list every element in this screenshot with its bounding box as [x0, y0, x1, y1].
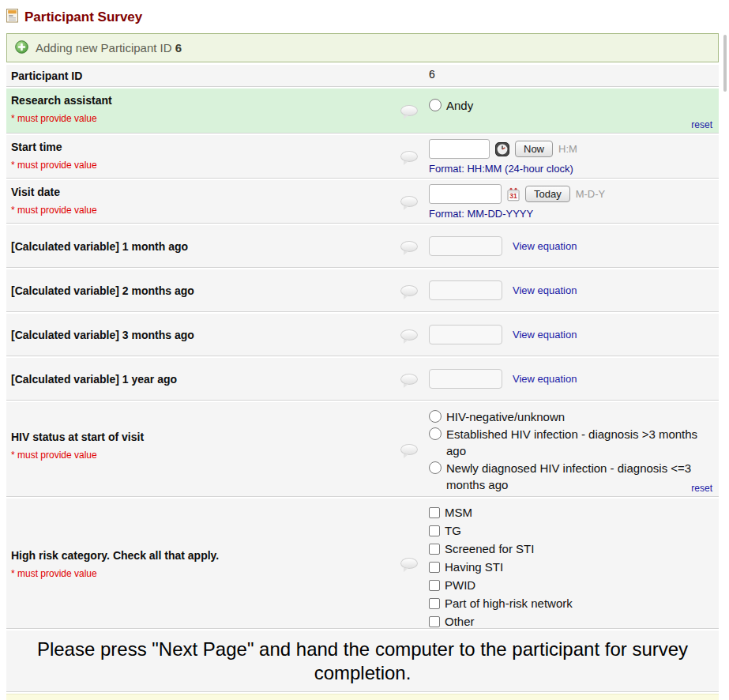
checkbox[interactable] [429, 598, 440, 609]
field-label: Participant ID [11, 70, 82, 82]
calendar-icon[interactable]: 31 [507, 187, 520, 201]
next-section-divider [6, 694, 719, 700]
radio-option-established-hiv[interactable]: Established HIV infection - diagnosis >3… [429, 426, 714, 459]
scrollbar-thumb[interactable] [723, 35, 727, 92]
checkbox[interactable] [429, 525, 440, 536]
checkbox-option-having-sti[interactable]: Having STI [429, 559, 714, 576]
field-label: Start time [11, 141, 400, 153]
calc-1-month-input [429, 236, 502, 256]
page-header: Participant Survey [6, 0, 719, 33]
comment-balloon-icon[interactable] [400, 374, 418, 385]
now-button[interactable]: Now [515, 141, 553, 157]
comment-balloon-icon[interactable] [400, 196, 418, 207]
checkbox[interactable] [429, 562, 440, 573]
checkbox-label[interactable]: MSM [445, 504, 472, 521]
comment-balloon-icon[interactable] [400, 105, 418, 116]
scrollbar-track[interactable] [720, 0, 729, 700]
field-row-calc-2-months: [Calculated variable] 2 months ago View … [6, 269, 719, 312]
field-row-participant-id: Participant ID 6 [6, 65, 719, 87]
page-title: Participant Survey [24, 9, 142, 25]
calc-2-months-input [429, 280, 502, 300]
radio-option-hiv-negative[interactable]: HIV-negative/unknown [429, 408, 714, 425]
start-time-input[interactable] [429, 139, 490, 159]
field-row-calc-1-month: [Calculated variable] 1 month ago View e… [6, 225, 719, 268]
checkbox[interactable] [429, 544, 440, 555]
question-table: Participant ID 6 Research assistant * mu… [6, 65, 719, 700]
reset-link[interactable]: reset [691, 483, 712, 494]
checkbox-label[interactable]: Part of high-risk network [445, 595, 573, 612]
required-note: * must provide value [11, 450, 400, 461]
survey-form-icon [6, 9, 19, 26]
field-row-research-assistant: Research assistant * must provide value … [6, 88, 719, 134]
comment-balloon-icon[interactable] [400, 285, 418, 296]
radio-label[interactable]: Established HIV infection - diagnosis >3… [446, 427, 697, 457]
view-equation-link[interactable]: View equation [513, 329, 577, 341]
checkbox-label[interactable]: TG [445, 522, 461, 540]
reset-link[interactable]: reset [691, 119, 712, 130]
field-label: [Calculated variable] 1 month ago [11, 240, 188, 253]
field-label: HIV status at start of visit [11, 431, 400, 443]
handoff-instruction: Please press "Next Page" and hand the co… [23, 638, 702, 685]
view-equation-link[interactable]: View equation [513, 373, 577, 385]
clock-icon[interactable] [495, 142, 509, 156]
field-row-high-risk: High risk category. Check all that apply… [6, 499, 719, 629]
checkbox-option-screened-sti[interactable]: Screened for STI [429, 540, 714, 558]
radio-button[interactable] [429, 427, 442, 440]
comment-balloon-icon[interactable] [400, 151, 418, 162]
field-label: [Calculated variable] 2 months ago [11, 284, 194, 297]
field-label: [Calculated variable] 1 year ago [11, 373, 177, 386]
radio-label[interactable]: HIV-negative/unknown [446, 410, 565, 423]
checkbox-label[interactable]: PWID [445, 577, 475, 594]
svg-text:31: 31 [509, 192, 517, 200]
checkbox-option-msm[interactable]: MSM [429, 504, 714, 521]
banner-text: Adding new Participant ID 6 [36, 41, 182, 55]
checkbox[interactable] [429, 580, 440, 591]
field-label: [Calculated variable] 3 months ago [11, 329, 194, 341]
date-hint: M-D-Y [576, 188, 606, 200]
time-hint: H:M [558, 143, 577, 155]
radio-button[interactable] [429, 99, 442, 111]
comment-balloon-icon[interactable] [400, 444, 418, 455]
radio-option-newly-diagnosed-hiv[interactable]: Newly diagnosed HIV infection - diagnosi… [429, 460, 714, 493]
checkbox-label[interactable]: Other [445, 613, 475, 630]
today-button[interactable]: Today [525, 186, 570, 202]
participant-id-value: 6 [429, 65, 719, 86]
field-row-calc-3-months: [Calculated variable] 3 months ago View … [6, 314, 719, 356]
radio-button[interactable] [429, 410, 442, 423]
calc-1-year-input [429, 369, 502, 389]
comment-balloon-icon[interactable] [400, 329, 418, 341]
comment-balloon-icon[interactable] [400, 241, 418, 252]
checkbox[interactable] [429, 616, 440, 627]
required-note: * must provide value [11, 568, 400, 579]
field-row-calc-1-year: [Calculated variable] 1 year ago View eq… [6, 358, 719, 401]
radio-button[interactable] [429, 461, 442, 474]
instruction-row: Please press "Next Page" and hand the co… [6, 630, 719, 692]
checkbox-label[interactable]: Having STI [445, 559, 503, 576]
field-label: High risk category. Check all that apply… [11, 549, 400, 562]
view-equation-link[interactable]: View equation [513, 284, 577, 296]
adding-record-banner: Adding new Participant ID 6 [6, 33, 719, 62]
radio-option-andy[interactable]: Andy [429, 97, 714, 114]
record-id: 6 [175, 41, 182, 55]
field-row-start-time: Start time * must provide value N [6, 135, 719, 179]
comment-balloon-icon[interactable] [400, 558, 418, 569]
required-note: * must provide value [11, 205, 400, 216]
add-circle-icon [15, 40, 28, 56]
field-label: Visit date [11, 186, 400, 198]
checkbox-label[interactable]: Screened for STI [445, 540, 534, 558]
visit-date-input[interactable] [429, 184, 502, 204]
field-row-visit-date: Visit date * must provide value 31 [6, 180, 719, 224]
time-format-note: Format: HH:MM (24-hour clock) [429, 163, 714, 175]
checkbox-option-pwid[interactable]: PWID [429, 577, 714, 594]
checkbox-option-other[interactable]: Other [429, 613, 714, 630]
radio-label[interactable]: Andy [446, 99, 473, 112]
checkbox-option-high-risk-network[interactable]: Part of high-risk network [429, 595, 714, 612]
radio-label[interactable]: Newly diagnosed HIV infection - diagnosi… [446, 461, 691, 491]
date-format-note: Format: MM-DD-YYYY [429, 208, 714, 220]
checkbox-option-tg[interactable]: TG [429, 522, 714, 540]
field-label: Research assistant [11, 94, 400, 107]
view-equation-link[interactable]: View equation [513, 240, 577, 252]
required-note: * must provide value [11, 160, 400, 171]
checkbox[interactable] [429, 507, 440, 518]
calc-3-months-input [429, 325, 502, 344]
